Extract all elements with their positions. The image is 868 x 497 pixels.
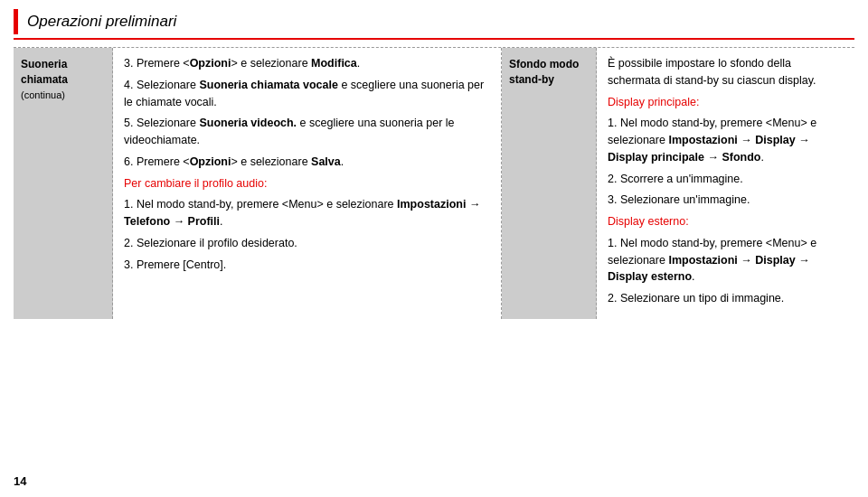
de-step1-display: Display <box>755 254 795 267</box>
step-6: 6. Premere <Opzioni> e selezionare Salva… <box>124 154 490 171</box>
left-section: Suoneria chiamata (continua) 3. Premere … <box>14 48 502 319</box>
dp-step-3: 3. Selezionare un'immagine. <box>608 192 844 209</box>
de-step1-display-esterno: Display esterno <box>608 270 692 283</box>
dp-step-2: 2. Scorrere a un'immagine. <box>608 171 844 188</box>
dp-step2-text: Scorrere a un'immagine. <box>620 173 743 185</box>
de-step2-text: Selezionare un tipo di immagine. <box>620 292 784 305</box>
dp-step1-display-principale: Display principale <box>608 151 704 164</box>
display-principale-text: Display principale: <box>608 96 699 108</box>
sub-step-2: 2. Selezionare il profilo desiderato. <box>124 235 490 252</box>
step6-label: 6. <box>124 155 133 168</box>
sub-step2-label: 2. <box>124 237 133 249</box>
step3-label: 3. <box>124 57 133 70</box>
step6-opzioni: Opzioni <box>190 155 231 168</box>
sidebar-right-line2: stand-by <box>509 73 554 86</box>
step5-label: 5. <box>124 117 133 129</box>
step6-salva: Salva <box>311 155 341 168</box>
sidebar-right-line1: Sfondo modo <box>509 58 579 70</box>
right-intro: È possibile impostare lo sfondo della sc… <box>608 55 844 89</box>
sub-step-3: 3. Premere [Centro]. <box>124 257 490 274</box>
sidebar-left-line2: chiamata <box>21 73 68 86</box>
sub-step3-centro: Centro <box>186 258 221 271</box>
header-bar-icon <box>14 9 18 34</box>
step4-label: 4. <box>124 79 133 91</box>
step-3: 3. Premere <Opzioni> e selezionare Modif… <box>124 55 490 72</box>
right-intro-text: È possibile impostare lo sfondo della sc… <box>608 57 816 87</box>
display-principale-label: Display principale: <box>608 94 844 111</box>
step3-opzioni: Opzioni <box>190 57 231 70</box>
sub-step1-profili: Profili <box>188 215 220 228</box>
step4-suoneria-vocale: Suoneria chiamata vocale <box>199 79 338 91</box>
right-content: È possibile impostare lo sfondo della sc… <box>597 48 854 319</box>
sidebar-left-label: Suoneria chiamata (continua) <box>14 48 113 319</box>
dp-step1-impostazioni: Impostazioni <box>668 134 737 146</box>
main-content: Suoneria chiamata (continua) 3. Premere … <box>14 47 854 319</box>
step-5: 5. Selezionare Suoneria videoch. e scegl… <box>124 115 490 149</box>
de-step-1: 1. Nel modo stand-by, premere <Menu> e s… <box>608 235 844 286</box>
right-section: Sfondo modo stand-by È possibile imposta… <box>502 48 854 319</box>
footer: 14 <box>14 474 26 488</box>
page-number: 14 <box>14 474 26 488</box>
display-esterno-label: Display esterno: <box>608 213 844 230</box>
dp-step3-label: 3. <box>608 193 617 206</box>
section-audio-text: Per cambiare il profilo audio: <box>124 177 267 190</box>
sidebar-left-line3: (continua) <box>21 89 65 100</box>
page-title: Operazioni preliminari <box>27 13 176 31</box>
sidebar-right-label: Sfondo modo stand-by <box>502 48 597 319</box>
dp-step1-label: 1. <box>608 117 617 129</box>
step3-modifica: Modifica <box>311 57 357 70</box>
sidebar-left-line1: Suoneria <box>21 58 67 70</box>
display-esterno-text: Display esterno: <box>608 215 689 228</box>
de-step1-label: 1. <box>608 237 617 249</box>
step-4: 4. Selezionare Suoneria chiamata vocale … <box>124 77 490 111</box>
sub-step1-label: 1. <box>124 198 133 211</box>
dp-step2-label: 2. <box>608 173 617 185</box>
sub-step3-label: 3. <box>124 258 133 271</box>
sub-step1-impostazioni: Impostazioni <box>397 198 466 211</box>
dp-step3-text: Selezionare un'immagine. <box>620 193 750 206</box>
sub-step1-telefono: Telefono <box>124 215 170 228</box>
dp-step1-sfondo: Sfondo <box>722 151 760 164</box>
left-content: 3. Premere <Opzioni> e selezionare Modif… <box>113 48 501 319</box>
sub-step-1: 1. Nel modo stand-by, premere <Menu> e s… <box>124 196 490 230</box>
sub-step2-text: Selezionare il profilo desiderato. <box>137 237 297 249</box>
de-step2-label: 2. <box>608 292 617 305</box>
page-container: Operazioni preliminari Suoneria chiamata… <box>0 0 868 497</box>
de-step-2: 2. Selezionare un tipo di immagine. <box>608 290 844 307</box>
dp-step-1: 1. Nel modo stand-by, premere <Menu> e s… <box>608 115 844 165</box>
de-step1-impostazioni: Impostazioni <box>668 254 737 267</box>
section-audio-label: Per cambiare il profilo audio: <box>124 175 490 192</box>
header: Operazioni preliminari <box>14 9 854 40</box>
dp-step1-display: Display <box>755 134 795 146</box>
step5-suoneria-videoch: Suoneria videoch. <box>199 117 297 129</box>
